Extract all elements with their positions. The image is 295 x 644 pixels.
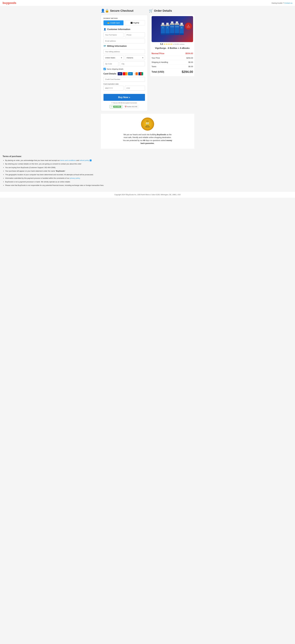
footer: Copyright 2024 ©BuyGoods Inc, 1000 North… [0,192,295,198]
email-field [104,38,145,44]
same-shipping-row: Same shipping details [104,68,145,70]
country-state-row: United States ▼ Alabama ▼ [104,55,145,60]
mcafee-badge: 🛡 McAfee SECURE [124,105,138,108]
visa-icon: VISA [118,72,122,75]
card-icons: VISA AMEX DISC JCB [118,72,143,75]
payment-method-section: PAYMENT METHOD 💳 Credit Card 🅿 PayPal [104,18,145,25]
credit-card-icon: 💳 [107,22,110,24]
total-row: Total (USD) $294.00 [152,69,193,75]
card-number-row [104,77,145,82]
terms-checkbox: ✓ [90,160,92,161]
terms-title: Terms of purchase: [3,155,292,158]
left-panel: PAYMENT METHOD 💳 Credit Card 🅿 PayPal 👤 [101,15,148,111]
product-image-container: VIG VIG VIGOSURGE VIGOSURGE [152,16,193,45]
guarantee-badge-top: 100% [146,120,149,122]
city-input[interactable] [120,62,145,66]
payment-buttons: 💳 Credit Card 🅿 PayPal [104,20,145,25]
phone-input[interactable] [125,32,145,37]
cvv-field [125,86,145,90]
refund-link[interactable]: refund policy [80,160,89,161]
guarantee-text-1: We put our hearts and souls into buildin… [123,134,156,136]
logo-text: buygoods [3,1,16,4]
guarantee-text: We put our hearts and souls into buildin… [122,133,174,145]
contact-link[interactable]: Contact us [284,2,292,4]
normal-price-label: Normal Price [152,52,164,55]
list-item: BuyGoods is not a payment processor or b… [5,180,292,183]
guarantee-section: 100% 60 DAYS MONEY BACK GUARANTEE We put… [101,114,194,149]
terms-section: Terms of purchase: By placing an order, … [0,151,295,192]
paypal-button[interactable]: 🅿 PayPal [125,20,145,25]
normal-price-row: Normal Price $594.00 [152,51,193,56]
state-select[interactable]: Alabama [125,55,145,60]
expiry-input[interactable] [104,86,124,90]
card-number-input[interactable] [104,77,145,82]
customer-info-section: 👤 Customer Information [104,28,145,44]
billing-info-section: 🪪 Billing Information United States ▼ [104,45,145,70]
logo: buygoods [3,1,16,5]
cvv-input[interactable] [125,86,145,90]
secured-text: SECURED [113,106,121,108]
zip-input[interactable] [104,62,119,66]
same-shipping-checkbox[interactable] [104,68,106,70]
billing-info-title: Billing Information [107,45,127,48]
taxes-row: Taxes $0.00 [152,64,193,69]
address-input[interactable] [104,49,145,54]
payment-method-label: PAYMENT METHOD [104,18,145,19]
list-item: The geographic location of your computer… [5,174,292,176]
customer-info-header: 👤 Customer Information [104,28,145,31]
product-title: VigoSurge - 6 Bottles + 4 eBooks [152,47,193,50]
list-item: By placing an order, you acknowledge tha… [5,159,292,162]
rating-number: 5.0 [160,43,163,45]
credit-card-button[interactable]: 💳 Credit Card [104,20,124,25]
country-select[interactable]: United States [104,55,124,60]
zip-field [104,62,119,66]
expiry-field [104,86,124,90]
shipping-label: Shipping & Handling [152,61,168,63]
paypal-label: PayPal [133,22,139,24]
mcafee-icon: 🛡 [125,106,127,108]
rating-row: 5.0 ★★★★★ of 19,651 reviews [152,43,193,45]
billing-icon: 🪪 [104,45,106,48]
full-name-input[interactable] [104,32,124,37]
main-container: 👤🔒 Secure Checkout 🛒 Order Details PAYME… [98,6,197,151]
shield-check-icon: 🛡 [111,106,113,108]
country-wrapper: United States ▼ [104,55,124,60]
card-number-field [104,77,145,82]
lock-user-icon: 👤🔒 [101,9,109,13]
phone-field [125,32,145,37]
privacy-link[interactable]: privacy policy [70,177,80,179]
zip-city-row [104,62,145,66]
shipping-row: Shipping & Handling $0.00 [152,60,193,64]
total-label: Total (USD) [152,70,164,73]
shield-icon: 🛡 [111,102,113,104]
state-wrapper: Alabama ▼ [125,55,145,60]
right-panel: VIG VIG VIGOSURGE VIGOSURGE [150,15,194,76]
secured-badge: 🛡 SECURED [110,105,122,108]
list-item: By entering your contact details on this… [5,162,292,165]
buy-now-button[interactable]: Buy Now » [104,94,145,101]
cart-icon: 🛒 [149,9,153,13]
terms-link[interactable]: terms and conditions [60,160,76,161]
review-count: of 19,651 reviews [173,44,184,45]
guarantee-text-3: You are protected by our [123,139,143,142]
header: buygoods Having trouble ? Contact us [0,0,295,6]
list-item: You are buying from BuyGoods (Customer S… [5,166,292,169]
card-details-title: Card Details [104,72,116,75]
card-details-section: Card Details VISA AMEX DISC JCB Card exp… [104,72,145,108]
taxes-label: Taxes [152,66,156,68]
guarantee-badge: 100% 60 DAYS MONEY BACK GUARANTEE [141,118,154,130]
your-price-row: Your Price $294.00 [152,56,193,60]
address-field [104,49,145,54]
trouble-text: Having trouble ? [271,2,284,4]
normal-price-value: $594.00 [185,52,193,55]
guarantee-badge-guarantee: GUARANTEE [145,127,150,128]
mastercard-icon [123,72,128,75]
order-title-block: 🛒 Order Details [149,9,194,13]
list-item: Please note that BuyGoods is not respons… [5,184,292,187]
guarantee-text-4: days no questions asked [146,139,166,142]
billing-info-header: 🪪 Billing Information [104,45,145,48]
two-col-layout: PAYMENT METHOD 💳 Credit Card 🅿 PayPal 👤 [101,15,194,111]
email-input[interactable] [104,38,145,44]
jcb-icon: JCB [138,72,143,75]
credit-card-label: Credit Card [110,22,120,24]
